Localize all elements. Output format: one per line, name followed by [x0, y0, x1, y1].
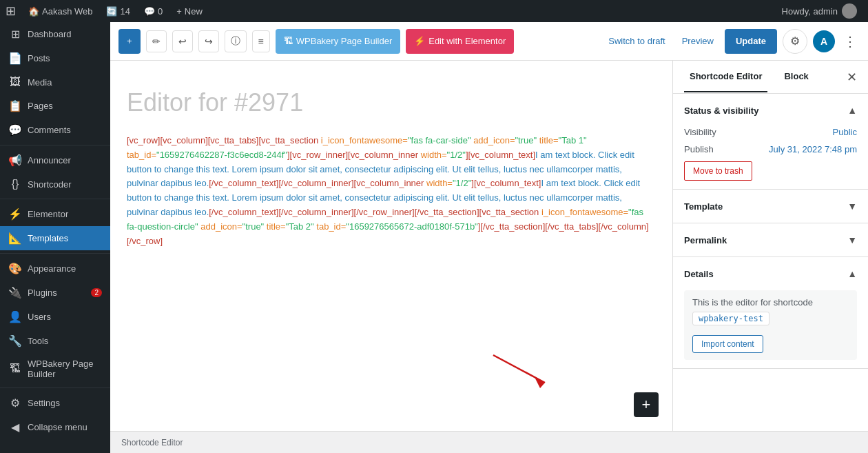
- sidebar: ⊞ Dashboard 📄 Posts 🖼 Media 📋 Pages 💬 Co…: [0, 22, 110, 453]
- sidebar-item-plugins[interactable]: 🔌 Plugins 2: [0, 281, 110, 305]
- sidebar-item-users[interactable]: 👤 Users: [0, 305, 110, 329]
- howdy-section[interactable]: Howdy, admin: [776, 3, 862, 19]
- svg-line-0: [493, 355, 545, 383]
- panel-body: Status & visibility ▲ Visibility Public …: [673, 94, 868, 431]
- adminbar-updates[interactable]: 🔄 14: [101, 0, 135, 22]
- list-view-button[interactable]: ≡: [252, 30, 270, 52]
- sidebar-separator-2: [0, 199, 110, 199]
- update-button[interactable]: Update: [725, 29, 777, 54]
- template-header[interactable]: Template ▼: [684, 198, 857, 214]
- redo-button[interactable]: ↪: [198, 30, 219, 52]
- sidebar-item-announcer[interactable]: 📢 Announcer: [0, 148, 110, 172]
- publish-row: Publish July 31, 2022 7:48 pm: [684, 144, 857, 154]
- media-icon: 🖼: [8, 76, 22, 88]
- permalink-header[interactable]: Permalink ▼: [684, 232, 857, 248]
- sidebar-item-collapse[interactable]: ◀ Collapse menu: [0, 415, 110, 439]
- shortcode-attr-6: title=: [264, 221, 285, 232]
- elementor-button[interactable]: ⚡ Edit with Elementor: [406, 29, 514, 54]
- shortcode-attr: i_icon_fontawesome=: [321, 135, 408, 145]
- add-block-button[interactable]: +: [118, 29, 141, 54]
- elementor-toolbar-icon: ⚡: [414, 36, 425, 46]
- sidebar-item-templates[interactable]: 📐 Templates: [0, 226, 110, 250]
- add-block-float-button[interactable]: +: [634, 392, 659, 417]
- collapse-icon: ◀: [8, 421, 22, 434]
- sidebar-item-settings[interactable]: ⚙ Settings: [0, 391, 110, 415]
- sidebar-item-elementor[interactable]: ⚡ Elementor: [0, 202, 110, 226]
- undo-icon: ↩: [178, 36, 187, 47]
- sidebar-item-posts[interactable]: 📄 Posts: [0, 46, 110, 70]
- move-to-trash-button[interactable]: Move to trash: [684, 161, 752, 181]
- template-section: Template ▼: [673, 190, 868, 223]
- more-options-button[interactable]: ⋮: [840, 30, 860, 52]
- import-content-button[interactable]: Import content: [692, 335, 763, 353]
- edit-button[interactable]: ✏: [146, 30, 167, 52]
- redo-icon: ↪: [205, 36, 213, 47]
- logo-circle-button[interactable]: A: [813, 30, 835, 52]
- sidebar-label-dashboard: Dashboard: [28, 29, 72, 39]
- posts-icon: 📄: [8, 52, 22, 65]
- shortcoder-icon: {}: [8, 178, 22, 190]
- sidebar-label-plugins: Plugins: [28, 288, 57, 298]
- gear-icon: ⚙: [790, 34, 800, 48]
- templates-icon: 📐: [8, 232, 22, 245]
- details-header[interactable]: Details ▲: [684, 265, 857, 282]
- editor-content: [vc_row][vc_column][vc_tta_tabs][vc_tta_…: [127, 134, 656, 248]
- updates-icon: 🔄: [106, 6, 117, 17]
- shortcode-value-3: "Tab 1": [559, 135, 587, 145]
- sidebar-item-comments[interactable]: 💬 Comments: [0, 118, 110, 142]
- tab-shortcode-editor[interactable]: Shortcode Editor: [684, 61, 767, 92]
- settings-button[interactable]: ⚙: [783, 29, 807, 54]
- tools-icon: 🔧: [8, 334, 22, 348]
- sidebar-label-settings: Settings: [28, 398, 60, 408]
- info-button[interactable]: ⓘ: [225, 30, 247, 52]
- sidebar-item-media[interactable]: 🖼 Media: [0, 70, 110, 94]
- sidebar-item-pages[interactable]: 📋 Pages: [0, 94, 110, 118]
- settings-icon: ⚙: [8, 396, 22, 410]
- undo-button[interactable]: ↩: [172, 30, 193, 52]
- toolbar-right: Switch to draft Preview Update ⚙ A ⋮: [603, 29, 860, 54]
- shortcode-value-2: "true": [515, 135, 537, 145]
- sidebar-item-tools[interactable]: 🔧 Tools: [0, 329, 110, 353]
- switch-draft-button[interactable]: Switch to draft: [603, 32, 670, 50]
- sidebar-item-appearance[interactable]: 🎨 Appearance: [0, 256, 110, 281]
- wpbakery-button[interactable]: 🏗 WPBakery Page Builder: [276, 29, 400, 54]
- site-name: Aakash Web: [42, 6, 92, 17]
- announcer-icon: 📢: [8, 154, 22, 167]
- wpbakery-label: WPBakery Page Builder: [296, 36, 392, 46]
- shortcode-text: [vc_row][vc_column][vc_tta_tabs][vc_tta_…: [127, 135, 321, 145]
- publish-value[interactable]: July 31, 2022 7:48 pm: [769, 144, 857, 154]
- code-tag: wpbakery-test: [692, 312, 769, 325]
- status-visibility-header[interactable]: Status & visibility ▲: [684, 102, 857, 119]
- panel-close-button[interactable]: ✕: [847, 71, 857, 83]
- wp-logo[interactable]: ⊞: [6, 3, 16, 19]
- sidebar-label-elementor: Elementor: [28, 209, 68, 219]
- comments-nav-icon: 💬: [8, 123, 22, 137]
- sidebar-label-appearance: Appearance: [28, 263, 76, 274]
- sidebar-label-tools: Tools: [28, 336, 48, 346]
- adminbar-new[interactable]: + New: [171, 0, 208, 22]
- plus-icon: +: [176, 6, 182, 17]
- shortcode-close-1: ][vc_row_inner][vc_column_inner: [287, 150, 421, 160]
- shortcode-value-1: "fas fa-car-side": [408, 135, 471, 145]
- sidebar-label-collapse: Collapse menu: [28, 422, 87, 432]
- bottom-bar: Shortcode Editor: [110, 431, 868, 453]
- sidebar-item-dashboard[interactable]: ⊞ Dashboard: [0, 22, 110, 46]
- sidebar-label-shortcoder: Shortcoder: [28, 179, 72, 190]
- info-icon: ⓘ: [231, 35, 240, 48]
- shortcode-close-col-2: [/vc_column_text][/vc_column_inner][/vc_…: [209, 207, 541, 217]
- sidebar-item-shortcoder[interactable]: {} Shortcoder: [0, 172, 110, 196]
- visibility-row: Visibility Public: [684, 127, 857, 137]
- editor-panel: Editor for #2971 [vc_row][vc_column][vc_…: [110, 61, 868, 431]
- chevron-up-icon: ▲: [847, 105, 857, 116]
- visibility-value[interactable]: Public: [833, 127, 857, 137]
- adminbar-site[interactable]: 🏠 Aakash Web: [23, 0, 98, 22]
- new-label: New: [185, 6, 203, 17]
- shortcode-col-text-1: ][vc_column_text]: [466, 150, 535, 160]
- tab-block[interactable]: Block: [778, 61, 814, 92]
- preview-button[interactable]: Preview: [676, 32, 719, 50]
- adminbar-comments[interactable]: 💬 0: [138, 0, 168, 22]
- shortcode-col-text-2: ][vc_column_text]: [471, 178, 541, 188]
- main-editor[interactable]: Editor for #2971 [vc_row][vc_column][vc_…: [110, 61, 672, 431]
- sidebar-item-wpbakery[interactable]: 🏗 WPBakery Page Builder: [0, 353, 110, 385]
- template-title: Template: [684, 201, 723, 212]
